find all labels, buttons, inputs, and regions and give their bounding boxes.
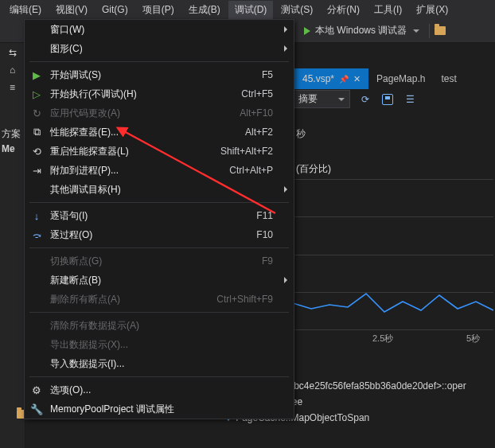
bars-icon[interactable]: ≡ (6, 81, 19, 94)
debug-menu-dropdown: 窗口(W)图形(C)▶开始调试(S)F5▷开始执行(不调试)(H)Ctrl+F5… (24, 19, 294, 419)
save-icon[interactable] (380, 92, 395, 107)
x-tick-2: 5秒 (466, 333, 480, 345)
menu-shortcut: Ctrl+Alt+P (229, 165, 287, 176)
menu-item-label: 重启性能探查器(L) (50, 145, 214, 158)
left-toolstrip: ⇆ ⌂ ≡ (0, 43, 25, 448)
menu-view[interactable]: 视图(V) (49, 1, 94, 19)
menu-item-label: 其他调试目标(H) (50, 183, 287, 197)
doc-tab-active-label: 45.vsp* (302, 73, 334, 84)
menu-shortcut: Alt+F10 (240, 107, 287, 119)
arrow-swap-icon[interactable]: ⇆ (6, 46, 19, 59)
menu-shortcut: Ctrl+F5 (241, 88, 287, 99)
seconds-label: 秒 (296, 127, 306, 141)
summary-label: 摘要 (298, 92, 318, 106)
pin-icon[interactable]: 📌 (339, 75, 349, 84)
perf-restart-icon: ⟲ (29, 146, 44, 158)
menu-item-label: 性能探查器(E)... (50, 126, 239, 139)
doc-tab-3[interactable]: test (433, 68, 464, 89)
menu-item-label: 清除所有数据提示(A) (50, 319, 287, 333)
menu-item[interactable]: ▷开始执行(不调试)(H)Ctrl+F5 (25, 84, 294, 103)
menu-item-label: 新建断点(B) (50, 274, 287, 287)
menu-item-label: 切换断点(G) (50, 255, 255, 268)
menu-tools[interactable]: 工具(I) (368, 1, 408, 19)
menu-item: 导出数据提示(X)... (25, 335, 294, 354)
wrench-icon: 🔧 (29, 403, 44, 415)
menu-analyze[interactable]: 分析(N) (321, 1, 366, 19)
chart-line (293, 179, 493, 330)
menu-item-label: 导出数据提示(X)... (50, 338, 287, 352)
doc-tab-active[interactable]: 45.vsp* 📌 ✕ (294, 68, 368, 89)
menu-item-label: 选项(O)... (50, 384, 287, 397)
menu-item[interactable]: ⧉性能探查器(E)...Alt+F2 (25, 123, 294, 142)
menu-item-label: MemoryPoolProject 调试属性 (50, 403, 287, 416)
menu-test[interactable]: 测试(S) (275, 1, 319, 19)
menu-item-label: 开始执行(不调试)(H) (50, 88, 235, 101)
play-fill-icon: ▶ (29, 69, 44, 81)
menu-item[interactable]: ⟲重启性能探查器(L)Shift+Alt+F2 (25, 142, 294, 161)
details-icon[interactable]: ☰ (403, 92, 417, 107)
menu-item: 删除所有断点(A)Ctrl+Shift+F9 (25, 290, 294, 309)
menu-shortcut: F5 (262, 69, 287, 80)
menu-shortcut: Ctrl+Shift+F9 (216, 294, 287, 305)
menu-item[interactable]: 导入数据提示(I)... (25, 354, 294, 373)
document-tabs: 45.vsp* 📌 ✕ PageMap.h test (294, 68, 465, 89)
menu-item-label: 图形(C) (50, 42, 287, 56)
menu-item[interactable]: ▶开始调试(S)F5 (25, 65, 294, 84)
menu-item[interactable]: ⇥附加到进程(P)...Ctrl+Alt+P (25, 161, 294, 180)
menu-item-label: 应用代码更改(A) (50, 107, 233, 120)
menu-separator (29, 376, 289, 377)
menu-item[interactable]: 新建断点(B) (25, 271, 294, 290)
menu-item[interactable]: 🔧MemoryPoolProject 调试属性 (25, 399, 294, 419)
play-outline-icon: ▷ (29, 88, 44, 100)
menu-item[interactable]: 其他调试目标(H) (25, 180, 294, 199)
debugger-target-label: 本地 Windows 调试器 (315, 24, 407, 37)
menu-item[interactable]: 窗口(W) (25, 20, 294, 39)
step-over-icon: ⤼ (29, 229, 44, 241)
mem-label: Me (2, 143, 15, 154)
menu-item: 切换断点(G)F9 (25, 251, 294, 271)
menu-separator (29, 312, 289, 313)
menu-shortcut: F11 (256, 210, 287, 221)
menu-project[interactable]: 项目(P) (136, 1, 181, 19)
menu-item-label: 导入数据提示(I)... (50, 357, 287, 371)
menu-separator (29, 202, 289, 203)
apply-icon: ↻ (29, 107, 44, 119)
solution-truncated-label: 方案 (2, 127, 21, 141)
menu-shortcut: F9 (262, 255, 287, 267)
chevron-down-icon (338, 98, 345, 101)
menu-item[interactable]: ↓逐语句(I)F11 (25, 206, 294, 225)
menu-item: ↻应用代码更改(A)Alt+F10 (25, 103, 294, 123)
menu-shortcut: Alt+F2 (245, 127, 287, 138)
close-icon[interactable]: ✕ (353, 74, 361, 84)
menu-git[interactable]: Git(G) (95, 2, 134, 18)
menu-item[interactable]: 图形(C) (25, 39, 294, 58)
menu-debug[interactable]: 调试(D) (228, 1, 274, 19)
gear-icon: ⚙ (29, 384, 44, 396)
cpu-chart: 2.5秒 5秒 (293, 179, 493, 330)
attach-icon: ⇥ (29, 165, 44, 177)
home-icon[interactable]: ⌂ (6, 64, 19, 76)
menu-item-label: 附加到进程(P)... (50, 164, 223, 177)
refresh-icon[interactable]: ⟳ (358, 92, 372, 107)
menu-build[interactable]: 生成(B) (182, 1, 227, 19)
play-icon (304, 27, 310, 35)
menu-item[interactable]: ⚙选项(O)... (25, 380, 294, 399)
menu-extensions[interactable]: 扩展(X) (410, 1, 454, 19)
menu-item-label: 窗口(W) (50, 23, 287, 37)
summary-bar: 摘要 ⟳ ☰ (293, 90, 417, 108)
chart-title: (百分比) (296, 162, 331, 176)
doc-tab-2[interactable]: PageMap.h (368, 68, 433, 89)
menu-item: 清除所有数据提示(A) (25, 316, 294, 335)
menu-shortcut: F10 (256, 229, 287, 240)
open-folder-icon[interactable] (435, 26, 446, 35)
menu-item-label: 逐过程(O) (50, 228, 250, 242)
menu-item-label: 开始调试(S) (50, 68, 255, 82)
menu-item[interactable]: ⤼逐过程(O)F10 (25, 225, 294, 244)
summary-dropdown[interactable]: 摘要 (293, 90, 350, 108)
menu-item-label: 逐语句(I) (50, 209, 250, 223)
menu-item-label: 删除所有断点(A) (50, 293, 210, 306)
menu-edit[interactable]: 编辑(E) (3, 1, 48, 19)
start-debug-button[interactable]: 本地 Windows 调试器 (299, 22, 424, 39)
x-tick-1: 2.5秒 (372, 333, 393, 345)
chevron-down-icon (413, 29, 419, 33)
